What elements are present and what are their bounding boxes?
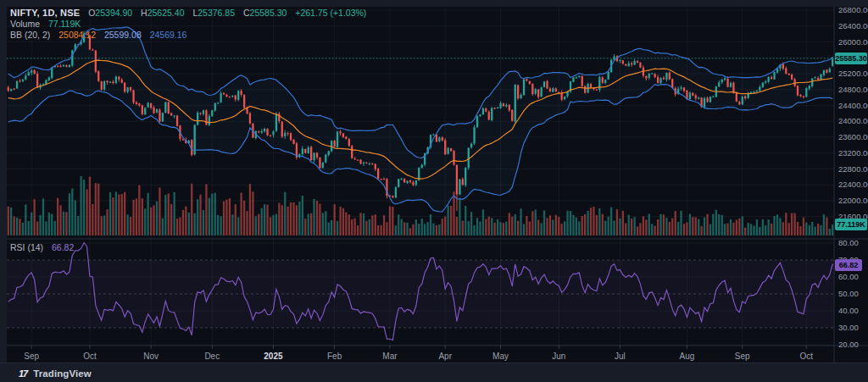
close-label: C bbox=[243, 8, 250, 18]
volume-label: Volume bbox=[10, 19, 40, 29]
svg-text:40.00: 40.00 bbox=[838, 306, 859, 315]
high-value: 25625.40 bbox=[147, 8, 185, 18]
svg-text:60.00: 60.00 bbox=[838, 272, 859, 281]
svg-text:Jul: Jul bbox=[615, 352, 626, 361]
bottom-toolbar: 17 TradingView bbox=[0, 363, 868, 382]
time-axis[interactable]: SepOctNovDec2025FebMarAprMayJunJulAugSep… bbox=[24, 346, 813, 361]
last-price-label: 25585.30 bbox=[835, 53, 867, 64]
svg-text:24800.00: 24800.00 bbox=[838, 85, 868, 94]
volume-legend-row[interactable]: Volume 77.119K bbox=[10, 19, 81, 29]
svg-text:23600.00: 23600.00 bbox=[838, 132, 868, 141]
high-label: H bbox=[141, 8, 147, 18]
svg-text:Aug: Aug bbox=[680, 352, 695, 361]
svg-text:Feb: Feb bbox=[327, 352, 342, 361]
rsi-value: 66.82 bbox=[52, 242, 74, 252]
bollinger-upper-value: 25599.08 bbox=[104, 30, 142, 40]
svg-text:2025: 2025 bbox=[264, 352, 283, 361]
bollinger-basis-value: 25084.12 bbox=[58, 30, 96, 40]
svg-text:26800.00: 26800.00 bbox=[838, 5, 868, 14]
svg-text:22400.00: 22400.00 bbox=[838, 180, 868, 189]
svg-text:20.00: 20.00 bbox=[838, 340, 859, 349]
svg-text:Mar: Mar bbox=[382, 352, 398, 361]
svg-text:25200.00: 25200.00 bbox=[838, 69, 868, 78]
tradingview-logo-icon[interactable]: 17 bbox=[19, 368, 27, 379]
svg-text:Sep: Sep bbox=[24, 352, 39, 361]
bollinger-band-fill bbox=[8, 27, 833, 212]
svg-text:Sep: Sep bbox=[735, 352, 750, 361]
chart-canvas[interactable]: 26800.0026400.0026000.0025200.0024800.00… bbox=[0, 0, 868, 382]
rsi-label: RSI (14) bbox=[10, 242, 43, 252]
change-value: +261.75 (+1.03%) bbox=[295, 8, 366, 18]
symbol-legend-row[interactable]: NIFTY, 1D, NSE O25394.90 H25625.40 L2537… bbox=[10, 8, 366, 18]
bollinger-lower-value: 24569.16 bbox=[150, 30, 187, 40]
svg-text:Oct: Oct bbox=[83, 352, 97, 361]
svg-text:26000.00: 26000.00 bbox=[838, 37, 868, 47]
svg-text:22800.00: 22800.00 bbox=[838, 164, 868, 174]
bollinger-label: BB (20, 2) bbox=[10, 30, 50, 40]
svg-text:Dec: Dec bbox=[204, 352, 220, 361]
svg-text:50.00: 50.00 bbox=[838, 289, 859, 298]
svg-text:May: May bbox=[492, 352, 509, 361]
svg-text:22000.00: 22000.00 bbox=[838, 196, 868, 205]
rsi-value-label: 66.82 bbox=[835, 259, 862, 271]
svg-text:30.00: 30.00 bbox=[838, 323, 859, 332]
tradingview-chart-window: 26800.0026400.0026000.0025200.0024800.00… bbox=[0, 0, 868, 382]
svg-text:24400.00: 24400.00 bbox=[838, 101, 868, 110]
rsi-legend-row[interactable]: RSI (14) 66.82 bbox=[10, 242, 74, 252]
symbol-title: NIFTY, 1D, NSE bbox=[10, 8, 80, 18]
tradingview-logo[interactable]: TradingView bbox=[33, 368, 92, 379]
close-value: 25585.30 bbox=[250, 8, 287, 18]
volume-value: 77.119K bbox=[48, 19, 81, 29]
svg-text:26400.00: 26400.00 bbox=[838, 21, 868, 30]
svg-text:Jun: Jun bbox=[552, 352, 565, 361]
volume-value-label: 77.119K bbox=[835, 219, 867, 230]
svg-text:Apr: Apr bbox=[438, 352, 452, 361]
svg-text:23200.00: 23200.00 bbox=[838, 148, 868, 158]
svg-text:Nov: Nov bbox=[143, 352, 159, 361]
open-value: 25394.90 bbox=[95, 8, 132, 18]
svg-text:24000.00: 24000.00 bbox=[838, 116, 868, 125]
svg-text:Oct: Oct bbox=[800, 352, 814, 361]
low-value: 25376.85 bbox=[198, 8, 235, 18]
bollinger-legend-row[interactable]: BB (20, 2) 25084.12 25599.08 24569.16 bbox=[10, 30, 186, 40]
svg-text:80.00: 80.00 bbox=[838, 238, 859, 247]
